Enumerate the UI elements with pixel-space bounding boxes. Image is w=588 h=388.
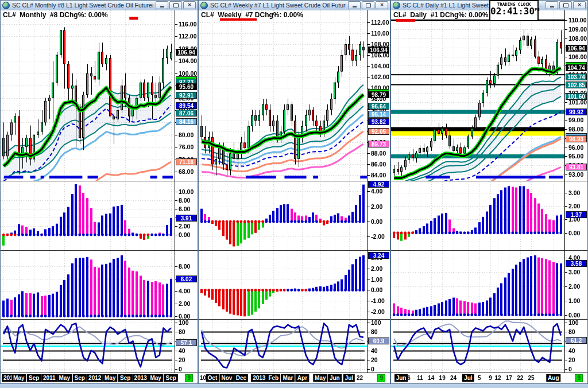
axis-tick-label: 0 <box>371 366 374 373</box>
axis-tick-label: 0.00 <box>371 218 382 225</box>
workspace: SC CL# Monthly #8 L1 Light Sweet Crude O… <box>0 0 588 388</box>
axis-tick-label: 80 <box>568 328 575 335</box>
chart-number-badge: 9 <box>377 374 385 382</box>
x-axis-label: Mar <box>281 374 295 382</box>
axis-tick-label: -1.00 <box>371 297 385 304</box>
price-chart-canvas[interactable] <box>1 10 198 383</box>
x-axis-label: Jun <box>328 374 342 382</box>
axis-tick-label: 4.00 <box>371 188 382 195</box>
price-chart-canvas[interactable] <box>199 10 390 383</box>
x-axis-label: Sep <box>164 374 178 382</box>
axis-tick-label: 40 <box>568 347 575 354</box>
price-value-label: 93.81 <box>566 164 587 170</box>
axis-tick-label: 4.00 <box>179 288 190 294</box>
x-axis-label: 2013 <box>133 374 149 382</box>
x-axis-label: 2012 <box>87 374 103 382</box>
axis-tick-label: 112.00 <box>371 19 389 26</box>
axis-tick-label: 100 <box>371 319 381 326</box>
x-axis-label: Sep <box>27 374 41 382</box>
chart-window-monthly: SC CL# Monthly #8 L1 Light Sweet Crude O… <box>0 0 198 384</box>
x-axis-label: Jul <box>343 374 355 382</box>
x-axis-label: 10 <box>200 374 206 382</box>
maximize-icon <box>366 3 371 7</box>
axis-tick-label: 80.00 <box>179 131 194 138</box>
price-value-label: 92.91 <box>176 92 197 99</box>
axis-tick-label: 68.00 <box>179 168 194 175</box>
price-value-label: 96.93 <box>566 135 587 142</box>
axis-tick-label: 109.00 <box>568 26 587 33</box>
x-axis-label: Nov <box>220 374 234 382</box>
x-axis-label: 22 <box>517 374 523 382</box>
axis-tick-label: 102.00 <box>371 73 389 80</box>
axis-tick-label: 104.00 <box>371 63 389 69</box>
indicator-value-label: 61.2 <box>566 337 587 344</box>
x-axis-label: Aug <box>546 374 560 382</box>
x-axis-label: 14 <box>428 374 434 382</box>
close-icon: ✕ <box>578 3 582 7</box>
minimize-button[interactable] <box>546 1 558 9</box>
price-chart-canvas[interactable] <box>391 10 587 383</box>
x-axis-label: 17 <box>506 374 512 382</box>
price-value-label: 106.94 <box>368 46 389 53</box>
close-button[interactable]: ✕ <box>376 1 388 9</box>
axis-tick-label: 8.00 <box>179 263 190 270</box>
axis-tick-label: 2.00 <box>371 265 382 272</box>
axis-tick-label: 40 <box>371 347 378 354</box>
maximize-button[interactable] <box>169 1 182 9</box>
price-value-label: 102.85 <box>566 82 587 88</box>
x-axis-label: Apr <box>296 374 309 382</box>
x-axis-label: May <box>103 374 117 382</box>
maximize-button[interactable] <box>559 1 572 9</box>
app-icon <box>200 2 208 9</box>
axis-tick-label: 0.00 <box>179 231 190 238</box>
axis-tick-label: 116.00 <box>179 21 197 28</box>
axis-tick-label: 110.00 <box>568 17 587 24</box>
axis-tick-label: 76.00 <box>179 143 194 150</box>
window-title: SC CL# Weekly #7 L1 Light Sweet Crude Oi… <box>210 2 346 9</box>
price-value-label: 99.92 <box>566 108 587 115</box>
minimize-button[interactable] <box>156 1 168 9</box>
axis-tick-label: 88.00 <box>371 150 386 157</box>
axis-tick-label: 20 <box>179 356 185 363</box>
axis-tick-label: 3.00 <box>568 189 580 196</box>
axis-tick-label: 0 <box>568 366 572 373</box>
price-value-label: 87.06 <box>176 110 197 117</box>
axis-tick-label: 100 <box>179 319 189 326</box>
price-value-label: 96.64 <box>368 103 389 110</box>
price-value-label: 92.05 <box>368 128 389 135</box>
x-axis-label: 6 <box>407 374 411 382</box>
axis-tick-label: 106.00 <box>568 53 587 60</box>
axis-tick-label: 2.00 <box>179 223 190 230</box>
minimize-icon <box>353 6 357 7</box>
x-axis-label: Feb <box>266 374 280 382</box>
maximize-icon <box>173 3 179 7</box>
x-axis-label: 22 <box>357 374 363 382</box>
axis-tick-label: 104.00 <box>179 57 197 64</box>
axis-tick-label: 8.00 <box>179 197 190 204</box>
close-button[interactable]: ✕ <box>183 1 196 9</box>
maximize-button[interactable] <box>362 1 374 9</box>
indicator-value-label: 3.24 <box>368 252 389 259</box>
price-value-label: 103.74 <box>566 73 587 80</box>
window-title: SC CL# Monthly #8 L1 Light Sweet Crude O… <box>12 2 153 9</box>
axis-tick-label: 95.00 <box>568 153 583 160</box>
axis-tick-label: 20 <box>568 356 575 363</box>
axis-tick-label: 20 <box>371 356 378 363</box>
x-axis-label: 24 <box>450 374 457 382</box>
x-axis-label: May <box>11 374 26 382</box>
trading-clock[interactable]: TRADING CLOCK 02:41:30PM <box>489 0 539 21</box>
window-titlebar[interactable]: SC CL# Monthly #8 L1 Light Sweet Crude O… <box>1 1 198 10</box>
clock-ampm: PM <box>535 7 539 12</box>
x-axis-label: Oct <box>206 374 219 382</box>
axis-tick-label: 99.00 <box>568 117 583 123</box>
indicator-value-label: 60.9 <box>368 337 389 344</box>
axis-tick-label: 84.00 <box>371 172 386 179</box>
axis-tick-label: 3.00 <box>568 269 580 276</box>
minimize-button[interactable] <box>348 1 361 9</box>
x-axis-label: 12 <box>494 374 501 382</box>
clock-time: 02:41:30PM <box>490 7 537 17</box>
app-icon <box>393 2 400 9</box>
close-button[interactable]: ✕ <box>573 1 586 9</box>
window-titlebar[interactable]: SC CL# Weekly #7 L1 Light Sweet Crude Oi… <box>199 1 390 10</box>
price-value-label: 89.73 <box>368 141 389 148</box>
